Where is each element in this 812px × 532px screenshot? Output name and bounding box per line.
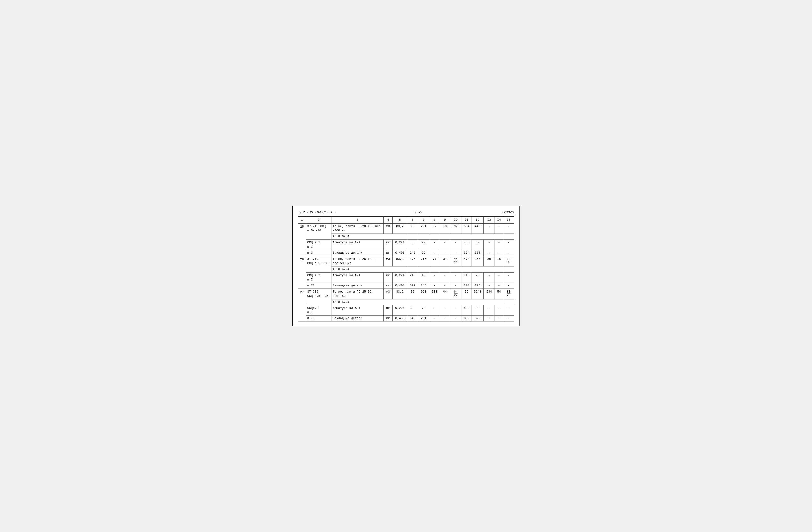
s1-c9: 3I xyxy=(440,256,450,267)
s2-sub1-code: п.I3 xyxy=(306,316,331,321)
s2-sub1-unit: кг xyxy=(383,316,393,321)
section-2-desc-sub: I5,8+67,4 xyxy=(331,299,503,305)
section-2-number: 27 xyxy=(298,289,306,321)
s1-sub0-c7: 48 xyxy=(418,272,429,283)
section-0-code: 37-7I9 ССЦ п.5- -36 xyxy=(306,223,331,240)
s1-sub1-c8: - xyxy=(429,283,440,289)
s0-c10: I9/6 xyxy=(450,223,462,234)
section-2-desc-main: То же, плиты ПО 25-I5, вес-750кг xyxy=(331,289,383,299)
s1-sub0-desc: Арматура кл.А-I xyxy=(331,272,383,283)
s2-c9: 44 xyxy=(440,289,450,299)
s0-sub1-c7: 99 xyxy=(418,250,429,256)
section-2-sub-1: п.I3Закладные деталикг0,40864026I---8003… xyxy=(298,316,514,321)
header-right: 9203/3 xyxy=(501,211,514,215)
s0-sub0-desc: Арматура кл.А-I xyxy=(331,240,383,250)
s2-c13: I34 xyxy=(483,289,495,299)
s0-sub0-c7: 20 xyxy=(418,240,429,250)
s0-sub1-code: п.3 xyxy=(306,250,331,256)
s2-sub0-c15: - xyxy=(503,305,514,315)
s1-sub1-c6: 602 xyxy=(407,283,418,289)
s0-sub0-c11: I36 xyxy=(462,240,472,250)
section-2-code: 37-7I9 ССЦ п.5- -36 xyxy=(306,289,331,305)
section-0-desc-sub: I5,8+67,4 xyxy=(331,234,503,240)
s1-sub0-c15: - xyxy=(503,272,514,283)
col-header-12: I2 xyxy=(472,217,483,223)
s2-sub1-c11: 800 xyxy=(462,316,472,321)
col-header-10: IO xyxy=(450,217,462,223)
section-1-desc-main: То же, плиты ПО 25-I0 , вес 500 кг xyxy=(331,256,383,267)
s2-c15: 8028 xyxy=(503,289,514,299)
s1-c12: 366 xyxy=(472,256,483,267)
s2-sub1-c7: 26I xyxy=(418,316,429,321)
section-1-sub-0: ССЦ т.2 п.IАрматура кл.А-Iкг0,2242I548--… xyxy=(298,272,514,283)
col-header-9: 9 xyxy=(440,217,450,223)
s0-sub0-c8: - xyxy=(429,240,440,250)
s1-sub0-c6: 2I5 xyxy=(407,272,418,283)
s0-c9: I3 xyxy=(440,223,450,234)
col-header-14: I4 xyxy=(495,217,503,223)
col-header-5: 5 xyxy=(393,217,407,223)
s1-sub1-c12: I26 xyxy=(472,283,483,289)
s1-c6: 8,6 xyxy=(407,256,418,267)
s2-sub0-c10: - xyxy=(450,305,462,315)
s0-sub1-c9: - xyxy=(440,250,450,256)
s1-sub0-c10: - xyxy=(450,272,462,283)
s0-sub0-c9: - xyxy=(440,240,450,250)
s1-sub1-c14: - xyxy=(495,283,503,289)
s2-c14: 54 xyxy=(495,289,503,299)
s2-sub0-code: ССЦт.2 п.I xyxy=(306,305,331,315)
col-header-2: 2 xyxy=(306,217,331,223)
s2-sub0-c13: - xyxy=(483,305,495,315)
s1-sub0-unit: кг xyxy=(383,272,393,283)
s1-c14: I6 xyxy=(495,256,503,267)
section-2-sub-0: ССЦт.2 п.IАрматура кл.А-Iкг0,22432072---… xyxy=(298,305,514,315)
s0-c12: 449 xyxy=(472,223,483,234)
s0-sub1-c6: 242 xyxy=(407,250,418,256)
column-header-row: 1 2 3 4 5 6 7 8 9 IO II I2 I3 I4 I5 xyxy=(298,217,514,223)
s2-sub1-c14: - xyxy=(495,316,503,321)
s0-sub0-c13: - xyxy=(483,240,495,250)
s1-sub1-c13: - xyxy=(483,283,495,289)
section-2-main-row: 2737-7I9 ССЦ п.5- -36То же, плиты ПО 25-… xyxy=(298,289,514,299)
s1-c15: 238 xyxy=(503,256,514,267)
s0-c15: - xyxy=(503,223,514,234)
s0-sub1-c13: - xyxy=(483,250,495,256)
col-header-3: 3 xyxy=(331,217,383,223)
s1-sub0-c9: - xyxy=(440,272,450,283)
s0-sub0-c10: - xyxy=(450,240,462,250)
col-header-15: I5 xyxy=(503,217,514,223)
s1-sub0-c14: - xyxy=(495,272,503,283)
s2-sub1-c13: - xyxy=(483,316,495,321)
s1-sub0-c13: - xyxy=(483,272,495,283)
section-1-desc-sub: I5,8+67,4 xyxy=(331,267,503,272)
header-center: -57- xyxy=(415,211,423,215)
s1-c10: 46I6 xyxy=(450,256,462,267)
col-header-1: 1 xyxy=(298,217,306,223)
s0-sub0-c15: - xyxy=(503,240,514,250)
s2-c11: I5 xyxy=(462,289,472,299)
s0-sub0-c5: 0,224 xyxy=(393,240,407,250)
s2-sub0-c7: 72 xyxy=(418,305,429,315)
section-0-desc-main: То же, плиты ПО-20-I0, вес -400 кг xyxy=(331,223,383,234)
section-2-unit: м3 xyxy=(383,289,393,299)
s1-sub1-c10: - xyxy=(450,283,462,289)
s0-c14: - xyxy=(495,223,503,234)
section-1-number: 26 xyxy=(298,256,306,289)
section-1-main-row: 2637-7I9 ССЦ п.5- -36То же, плиты ПО 25-… xyxy=(298,256,514,267)
s1-c11: 4,4 xyxy=(462,256,472,267)
s1-sub0-c12: 25 xyxy=(472,272,483,283)
header: ТПР 820-04-19.85 -57- 9203/3 xyxy=(298,211,514,216)
s2-c10: 6422 xyxy=(450,289,462,299)
s1-sub1-desc: Закладные детали xyxy=(331,283,383,289)
s0-sub1-c15: - xyxy=(503,250,514,256)
s2-sub0-c11: 400 xyxy=(462,305,472,315)
s2-c5: 83,2 xyxy=(393,289,407,299)
col-header-7: 7 xyxy=(418,217,429,223)
s2-c7: 998 xyxy=(418,289,429,299)
s0-c5: 83,2 xyxy=(393,223,407,234)
s1-sub1-c11: 308 xyxy=(462,283,472,289)
section-1-sub-1: п.I3Закладные деталикг0,408602246---308I… xyxy=(298,283,514,289)
s1-sub0-c5: 0,224 xyxy=(393,272,407,283)
s2-sub0-c14: - xyxy=(495,305,503,315)
s2-sub0-desc: Арматура кл.А-I xyxy=(331,305,383,315)
